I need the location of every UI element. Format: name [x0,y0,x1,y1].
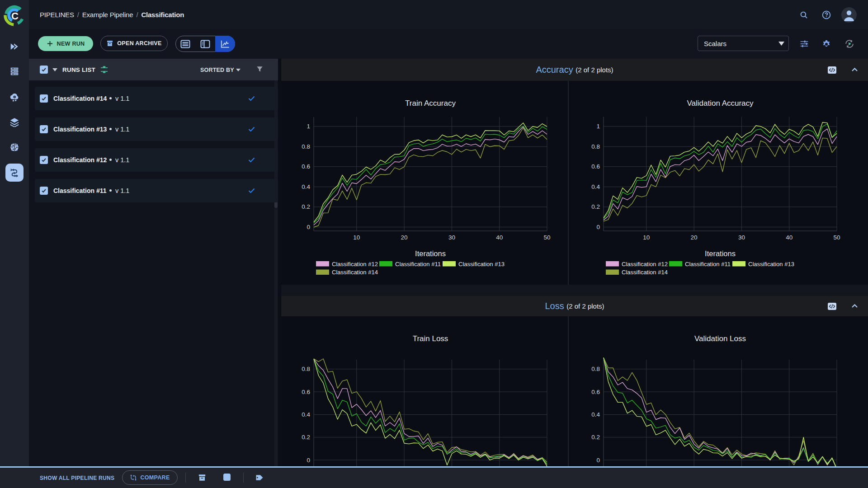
svg-text:0.6: 0.6 [302,389,310,395]
svg-text:Classification #14: Classification #14 [332,269,378,276]
svg-text:50: 50 [543,234,550,241]
svg-text:Classification #13: Classification #13 [458,261,505,267]
svg-text:Classification #12: Classification #12 [622,261,668,267]
svg-text:0: 0 [307,457,310,464]
svg-text:0.4: 0.4 [302,183,310,190]
svg-text:10: 10 [353,234,360,241]
svg-text:0.6: 0.6 [591,389,600,395]
svg-text:1: 1 [307,123,310,130]
svg-text:0.6: 0.6 [302,163,310,170]
svg-text:C: C [11,10,19,22]
svg-text:0.8: 0.8 [591,143,600,150]
svg-text:Classification #12: Classification #12 [332,261,378,267]
svg-text:0.2: 0.2 [591,434,600,441]
svg-text:0.8: 0.8 [591,366,600,372]
svg-text:0: 0 [596,457,600,464]
svg-text:Train Accuracy: Train Accuracy [405,99,456,108]
svg-text:0.2: 0.2 [302,434,310,441]
svg-text:0.8: 0.8 [302,143,310,150]
svg-text:30: 30 [738,234,745,241]
svg-text:Validation Loss: Validation Loss [694,334,746,343]
svg-text:Train Loss: Train Loss [413,334,448,343]
svg-text:0.8: 0.8 [302,366,310,372]
svg-text:Classification #13: Classification #13 [748,261,794,267]
svg-text:40: 40 [786,234,793,241]
svg-text:50: 50 [833,234,840,241]
svg-text:40: 40 [496,234,503,241]
svg-text:Iterations: Iterations [415,249,446,258]
svg-text:0: 0 [307,224,310,230]
svg-text:Classification #11: Classification #11 [395,261,441,267]
svg-text:Classification #11: Classification #11 [685,261,731,267]
svg-text:0.4: 0.4 [302,411,310,418]
svg-text:Classification #14: Classification #14 [622,269,668,276]
svg-text:30: 30 [448,234,455,241]
svg-text:10: 10 [643,234,650,241]
svg-text:0.6: 0.6 [591,163,600,170]
svg-text:Validation Accuracy: Validation Accuracy [687,99,754,108]
svg-text:Iterations: Iterations [705,249,736,258]
svg-text:0.4: 0.4 [591,411,600,418]
svg-text:0: 0 [596,224,600,230]
svg-text:0.2: 0.2 [591,203,600,210]
svg-text:20: 20 [691,234,698,241]
svg-text:0.2: 0.2 [302,203,310,210]
svg-text:20: 20 [401,234,408,241]
svg-text:0.4: 0.4 [591,183,600,190]
svg-text:1: 1 [596,123,600,130]
